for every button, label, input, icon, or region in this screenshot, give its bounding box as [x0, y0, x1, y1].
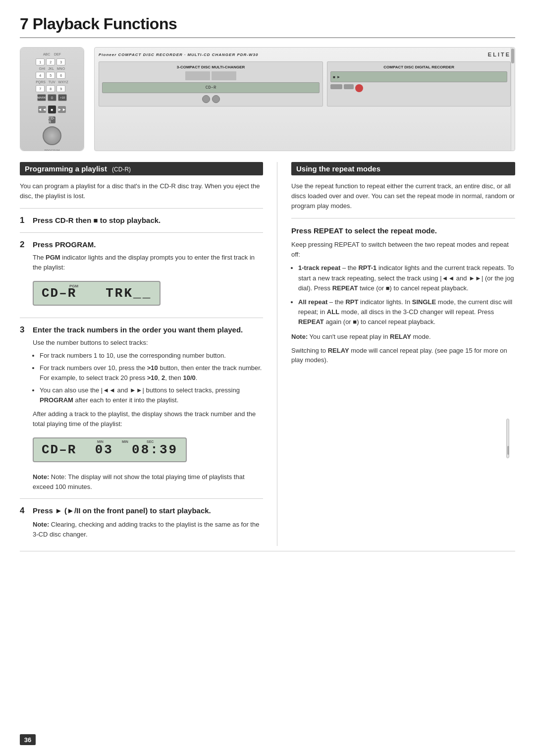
page-number: 36	[20, 734, 36, 745]
remote-btn-3[interactable]: 3	[56, 58, 65, 65]
note-display: Note: Note: The display will not show th…	[33, 472, 263, 491]
sec-label: SEC	[147, 440, 154, 443]
pgm-label: PGM	[69, 284, 78, 288]
step-4-heading: 4 Press ► (►/II on the front panel) to s…	[20, 506, 263, 516]
left-column: Programming a playlist (CD-R) You can pr…	[20, 162, 277, 546]
step-4-body: Note: Clearing, checking and adding trac…	[20, 520, 263, 539]
divider-1	[20, 208, 263, 209]
repeat-intro: Keep pressing REPEAT to switch between t…	[291, 240, 515, 259]
repeat-step-heading: Press REPEAT to select the repeat mode.	[291, 225, 515, 236]
repeat-bullet-1: 1-track repeat – the RPT-1 indicator lig…	[298, 263, 515, 293]
main-content: Programming a playlist (CD-R) You can pr…	[20, 162, 515, 546]
bullet-2: For track numbers over 10, press the >10…	[40, 363, 263, 383]
step-1-heading: 1 Press CD-R then ■ to stop playback.	[20, 216, 263, 225]
step-4: 4 Press ► (►/II on the front panel) to s…	[20, 506, 263, 539]
divider-3	[20, 318, 263, 318]
step-3-bullets: For track numbers 1 to 10, use the corre…	[33, 351, 263, 406]
remote-btn-0[interactable]: 0	[48, 94, 56, 101]
repeat-note-1: Note: You can't use repeat play in RELAY…	[291, 332, 515, 342]
right-section-header: Using the repeat modes	[291, 162, 515, 175]
repeat-body: Keep pressing REPEAT to switch between t…	[291, 240, 515, 365]
remote-control-image: ABC DEF 1 2 3 GHI JKL MNO 4 5 6 PQRS TUV…	[20, 47, 84, 151]
remote-btn-1[interactable]: 1	[36, 58, 45, 65]
left-section-header: Programming a playlist (CD-R)	[20, 162, 263, 175]
remote-btn-mark[interactable]: MARK	[37, 94, 46, 101]
page-title: 7 Playback Functions	[20, 15, 515, 38]
remote-btn-7[interactable]: 7	[36, 85, 45, 92]
bullet-1: For track numbers 1 to 10, use the corre…	[40, 351, 263, 361]
divider-4	[20, 498, 263, 499]
step-2-heading: 2 Press PROGRAM.	[20, 240, 263, 250]
right-column: Using the repeat modes Use the repeat fu…	[277, 162, 515, 546]
right-divider-1	[291, 218, 515, 218]
elite-label: ELITE	[488, 52, 511, 57]
main-unit-image: Pioneer COMPACT DISC RECORDER · MULTI-CD…	[94, 47, 515, 151]
lcd-display-1: CD–R TRK__ PGM	[33, 281, 160, 306]
device-images-area: ABC DEF 1 2 3 GHI JKL MNO 4 5 6 PQRS TUV…	[20, 47, 515, 151]
lcd-display-2: CD–R 03 08:39 MIN MIN SEC	[33, 437, 187, 462]
bullet-3: You can also use the |◄◄ and ►►| buttons…	[40, 385, 263, 405]
min-label-1: MIN	[97, 440, 104, 443]
left-intro: You can program a playlist for a disc th…	[20, 181, 263, 201]
remote-btn-4[interactable]: 4	[36, 72, 45, 79]
divider-2	[20, 232, 263, 233]
remote-btn-6[interactable]: 6	[56, 72, 65, 79]
recorder-label: COMPACT DISC DIGITAL RECORDER	[330, 65, 507, 69]
step-3-heading: 3 Enter the track numbers in the order y…	[20, 325, 263, 335]
remote-btn-9[interactable]: 9	[56, 85, 65, 92]
step-2-text: The PGM indicator lights and the display…	[33, 253, 263, 272]
main-unit-scrollbar	[511, 48, 515, 151]
step-3-body: Use the number buttons to select tracks:…	[20, 338, 263, 491]
remote-btn-skip[interactable]: >10	[58, 94, 67, 101]
step-3: 3 Enter the track numbers in the order y…	[20, 325, 263, 491]
remote-btn-2[interactable]: 2	[46, 58, 55, 65]
right-intro: Use the repeat function to repeat either…	[291, 181, 515, 211]
remote-btn-5[interactable]: 5	[46, 72, 55, 79]
min-label-2: MIN	[122, 440, 128, 443]
remote-btn-8[interactable]: 8	[46, 85, 55, 92]
repeat-bullet-2: All repeat – the RPT indicator lights. I…	[298, 297, 515, 327]
step-2-body: The PGM indicator lights and the display…	[20, 253, 263, 311]
step-4-note: Note: Clearing, checking and adding trac…	[33, 520, 263, 539]
pioneer-logo: Pioneer COMPACT DISC RECORDER · MULTI-CD…	[99, 53, 258, 57]
bottom-divider	[20, 551, 515, 551]
step-3-intro: Use the number buttons to select tracks:	[33, 338, 263, 348]
right-scrollbar-thumb	[507, 446, 509, 455]
right-scroll-area	[291, 369, 515, 468]
right-scrollbar[interactable]	[506, 419, 509, 458]
repeat-note-2: Switching to RELAY mode will cancel repe…	[291, 346, 515, 365]
repeat-section: Press REPEAT to select the repeat mode. …	[291, 225, 515, 365]
changer-label: 3-COMPACT DISC MULTI-CHANGER	[102, 65, 320, 69]
step-3-after-bullets: After adding a track to the playlist, th…	[33, 409, 263, 429]
step-2: 2 Press PROGRAM. The PGM indicator light…	[20, 240, 263, 311]
page-container: 7 Playback Functions ABC DEF 1 2 3 GHI J…	[0, 0, 535, 756]
step-1: 1 Press CD-R then ■ to stop playback.	[20, 216, 263, 225]
repeat-bullets: 1-track repeat – the RPT-1 indicator lig…	[291, 263, 515, 327]
